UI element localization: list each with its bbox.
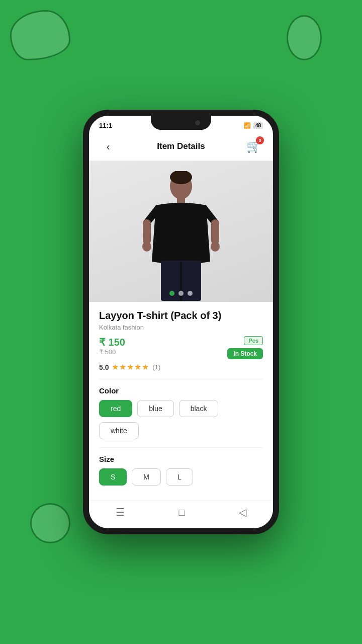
- battery-icon: 48: [253, 122, 263, 129]
- back-nav-icon[interactable]: ◁: [239, 506, 246, 518]
- color-option-black[interactable]: black: [179, 400, 219, 417]
- price-group: ₹ 150 ₹ 500: [99, 336, 125, 356]
- dot-1[interactable]: [169, 291, 174, 296]
- size-option-s[interactable]: S: [99, 468, 127, 486]
- svg-rect-4: [143, 219, 151, 245]
- notch: [151, 116, 211, 130]
- carousel-dots: [169, 291, 193, 296]
- size-option-l[interactable]: L: [166, 468, 193, 486]
- star-icons: ★★★★★: [112, 362, 149, 372]
- color-option-white[interactable]: white: [99, 422, 139, 439]
- product-info: Layyon T-shirt (Pack of 3) Kolkata fashi…: [89, 302, 273, 501]
- brand-name: Kolkata fashion: [99, 324, 263, 331]
- status-icons: 📶 48: [244, 122, 263, 129]
- dot-3[interactable]: [188, 291, 193, 296]
- size-option-m[interactable]: M: [132, 468, 161, 486]
- scroll-content: Layyon T-shirt (Pack of 3) Kolkata fashi…: [89, 161, 273, 501]
- phone-shell: 11:1 📶 48 ‹ Item Details 🛒 0: [83, 110, 279, 534]
- current-price: ₹ 150: [99, 336, 125, 348]
- color-section: Color red blue black white: [99, 386, 263, 439]
- size-label: Size: [99, 455, 263, 463]
- page-title: Item Details: [157, 141, 205, 151]
- size-section: Size S M L: [99, 455, 263, 486]
- svg-point-6: [142, 242, 151, 252]
- product-image: [89, 161, 273, 302]
- bottom-nav: ☰ □ ◁: [89, 501, 273, 528]
- back-button[interactable]: ‹: [99, 137, 117, 155]
- color-option-red[interactable]: red: [99, 400, 132, 417]
- color-option-blue[interactable]: blue: [137, 400, 173, 417]
- size-options: S M L: [99, 468, 263, 486]
- color-options: red blue black white: [99, 400, 263, 439]
- svg-rect-5: [211, 219, 219, 245]
- status-time: 11:1: [99, 122, 112, 129]
- color-label: Color: [99, 386, 263, 395]
- badges: Pcs In Stock: [227, 336, 263, 359]
- product-name: Layyon T-shirt (Pack of 3): [99, 310, 263, 321]
- signal-icon: 📶: [244, 122, 251, 129]
- review-count: (1): [152, 363, 160, 371]
- back-arrow-icon: ‹: [107, 141, 110, 152]
- stock-badge: In Stock: [227, 348, 263, 359]
- rating-number: 5.0: [99, 363, 109, 371]
- svg-point-7: [211, 242, 220, 252]
- divider-1: [99, 379, 263, 379]
- price-row: ₹ 150 ₹ 500 Pcs In Stock: [99, 336, 263, 359]
- camera-dot: [195, 120, 200, 125]
- menu-nav-icon[interactable]: ☰: [116, 506, 125, 518]
- divider-2: [99, 447, 263, 448]
- rating-row: 5.0 ★★★★★ (1): [99, 362, 263, 372]
- cart-badge: 0: [256, 136, 264, 144]
- product-image-container: [89, 161, 273, 302]
- original-price: ₹ 500: [99, 348, 125, 356]
- header: ‹ Item Details 🛒 0: [89, 132, 273, 161]
- pcs-badge: Pcs: [244, 336, 263, 345]
- dot-2[interactable]: [178, 291, 184, 296]
- home-nav-icon[interactable]: □: [178, 507, 185, 518]
- cart-button[interactable]: 🛒 0: [245, 137, 263, 155]
